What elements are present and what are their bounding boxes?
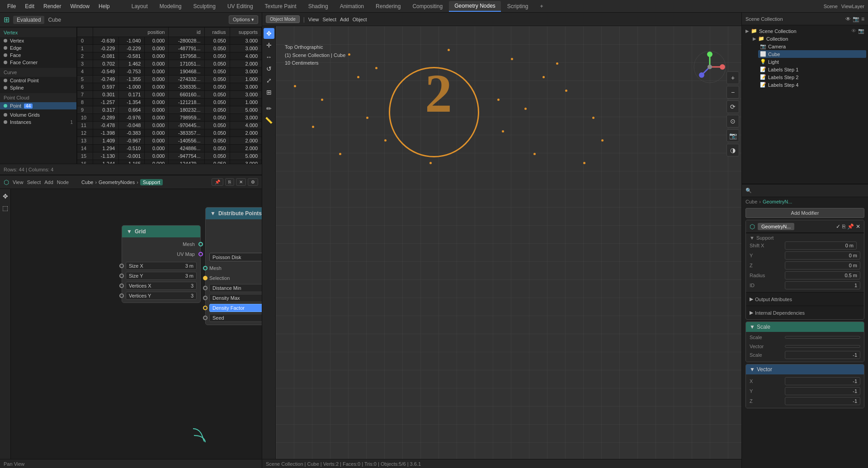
header-add[interactable]: Add	[340, 17, 349, 22]
domain-point[interactable]: Point 44	[0, 102, 76, 109]
distance-min-field[interactable]: Distance Min 0.3 m	[209, 284, 262, 292]
domain-face-corner[interactable]: Face Corner	[0, 59, 76, 66]
grid-collapse-icon[interactable]: ▼	[127, 228, 132, 235]
render-preview-btn[interactable]: ◑	[726, 144, 739, 156]
scene-render-icon[interactable]: 📷	[858, 28, 864, 34]
breadcrumb-support[interactable]: Support	[140, 179, 163, 185]
options-node-button[interactable]: ⚙	[248, 178, 258, 186]
zoom-out-btn[interactable]: −	[726, 86, 739, 99]
filter-icon[interactable]: ≡	[861, 16, 864, 22]
header-object[interactable]: Object	[353, 17, 367, 22]
node-menu-add[interactable]: Add	[44, 180, 53, 185]
grid-verty-in-socket[interactable]	[119, 293, 124, 298]
properties-search-input[interactable]	[754, 188, 864, 194]
menu-edit[interactable]: Edit	[21, 2, 38, 10]
tree-labels-step1[interactable]: 📝 Labels Step 1	[758, 66, 866, 73]
grid-vertx-field[interactable]: Vertices X 3	[126, 282, 197, 290]
menu-file[interactable]: File	[4, 2, 19, 10]
scale-minus-value[interactable]: -1	[785, 351, 860, 359]
internal-dep-title[interactable]: ▶ Internal Dependencies	[750, 308, 860, 317]
domain-control-point[interactable]: Control Point	[0, 77, 76, 84]
tree-labels-step4[interactable]: 📝 Labels Step 4	[758, 81, 866, 89]
annotate-tool[interactable]: ✏	[264, 103, 274, 114]
vector-x-prop-value[interactable]: -1	[785, 377, 860, 385]
node-editor-canvas[interactable]: ▼ Grid Mesh UV Map	[11, 189, 262, 459]
domain-vertex[interactable]: Vertex	[0, 37, 76, 44]
shift-z-value[interactable]: 0 m	[785, 261, 860, 269]
rotate-tool[interactable]: ↺	[264, 63, 274, 74]
col-index[interactable]	[77, 28, 93, 37]
tree-collection[interactable]: ▶ 📁 Collection	[751, 35, 866, 43]
domain-volume-grids[interactable]: Volume Grids	[0, 111, 76, 118]
modifier-check-icon[interactable]: ✓	[836, 223, 840, 230]
tab-modeling[interactable]: Modeling	[154, 1, 187, 11]
tree-scene-collection[interactable]: ▶ 📁 Scene Collection 👁 📷	[744, 27, 866, 35]
domain-face[interactable]: Face	[0, 52, 76, 59]
breadcrumb-geonodes[interactable]: GeometryNodes	[99, 180, 135, 185]
grid-verty-field[interactable]: Vertices Y 3	[126, 292, 197, 300]
distribute-mesh-in-socket[interactable]	[203, 266, 208, 270]
modifier-copy-icon[interactable]: ⎘	[842, 223, 845, 230]
tab-rendering[interactable]: Rendering	[370, 1, 406, 11]
selection-socket[interactable]	[203, 276, 208, 280]
tab-animation[interactable]: Animation	[335, 1, 369, 11]
select-tool[interactable]: ✥	[0, 191, 11, 202]
mode-dropdown[interactable]: Poisson Disk ▾	[209, 253, 262, 261]
cursor-tool[interactable]: ✛	[264, 40, 274, 51]
add-modifier-button[interactable]: Add Modifier	[745, 208, 864, 218]
density-factor-socket[interactable]	[203, 306, 208, 310]
vector-input-value[interactable]	[785, 345, 860, 348]
view-front-btn[interactable]: ⊙	[726, 115, 739, 128]
eye-icon[interactable]: 👁	[845, 16, 851, 22]
scale-field-value[interactable]	[785, 336, 860, 339]
density-factor-field[interactable]: Density Factor 1.000	[209, 304, 262, 312]
grid-sizex-in-socket[interactable]	[119, 264, 124, 268]
grid-mesh-socket[interactable]	[198, 242, 203, 246]
tree-light[interactable]: 💡 Light	[758, 58, 866, 66]
tree-labels-step2[interactable]: 📝 Labels Step 2	[758, 73, 866, 81]
move-tool[interactable]: ↔	[264, 52, 274, 62]
output-attributes-title[interactable]: ▶ Output Attributes	[750, 294, 860, 304]
box-select-tool[interactable]: ⬚	[0, 203, 11, 213]
seed-socket[interactable]	[203, 316, 208, 320]
camera-btn[interactable]: 📷	[726, 129, 739, 142]
grid-sizey-in-socket[interactable]	[119, 274, 124, 278]
transform-tool[interactable]: ⊞	[264, 87, 274, 98]
tab-shading[interactable]: Shading	[303, 1, 334, 11]
menu-render[interactable]: Render	[40, 2, 65, 10]
scale-tool[interactable]: ⤢	[264, 75, 274, 86]
header-view[interactable]: View	[308, 17, 319, 22]
menu-help[interactable]: Help	[95, 2, 113, 10]
domain-spline[interactable]: Spline	[0, 84, 76, 91]
zoom-in-btn[interactable]: +	[726, 71, 739, 84]
scale-subpanel-expand[interactable]: ▼	[750, 324, 755, 330]
breadcrumb-cube[interactable]: Cube	[81, 180, 93, 185]
id-value[interactable]: 1	[785, 281, 860, 289]
viewport-canvas[interactable]: Top Orthographic (1) Scene Collection | …	[276, 26, 741, 459]
tree-cube[interactable]: ⬜ Cube	[758, 50, 866, 58]
path-geonodes[interactable]: GeometryN...	[763, 199, 792, 204]
tab-uv-editing[interactable]: UV Editing	[222, 1, 259, 11]
path-cube[interactable]: Cube	[745, 199, 757, 204]
density-max-field[interactable]: Density Max 10.000	[209, 294, 262, 302]
domain-instances[interactable]: Instances 1	[0, 118, 76, 126]
mode-selector[interactable]: Object Mode	[266, 15, 300, 23]
tab-add[interactable]: +	[535, 1, 549, 11]
shift-x-value[interactable]: 0 m	[785, 241, 857, 250]
tab-layout[interactable]: Layout	[126, 1, 153, 11]
grid-uvmap-socket[interactable]	[198, 252, 203, 256]
pin-button[interactable]: 📌	[212, 178, 223, 186]
menu-window[interactable]: Window	[66, 2, 93, 10]
close-node-button[interactable]: ✕	[236, 178, 246, 186]
modifier-pin-icon[interactable]: 📌	[847, 223, 854, 230]
tab-texture-paint[interactable]: Texture Paint	[259, 1, 302, 11]
vector-y-prop-value[interactable]: -1	[785, 387, 860, 395]
orbit-btn[interactable]: ⟳	[726, 100, 739, 113]
grid-sizex-field[interactable]: Size X 3 m	[126, 262, 197, 270]
tab-scripting[interactable]: Scripting	[502, 1, 534, 11]
node-menu-node[interactable]: Node	[57, 180, 69, 185]
grid-vertx-in-socket[interactable]	[119, 284, 124, 288]
tab-compositing[interactable]: Compositing	[407, 1, 448, 11]
select-tool-viewport[interactable]: ✥	[264, 28, 274, 39]
scene-eye-icon[interactable]: 👁	[851, 28, 856, 34]
